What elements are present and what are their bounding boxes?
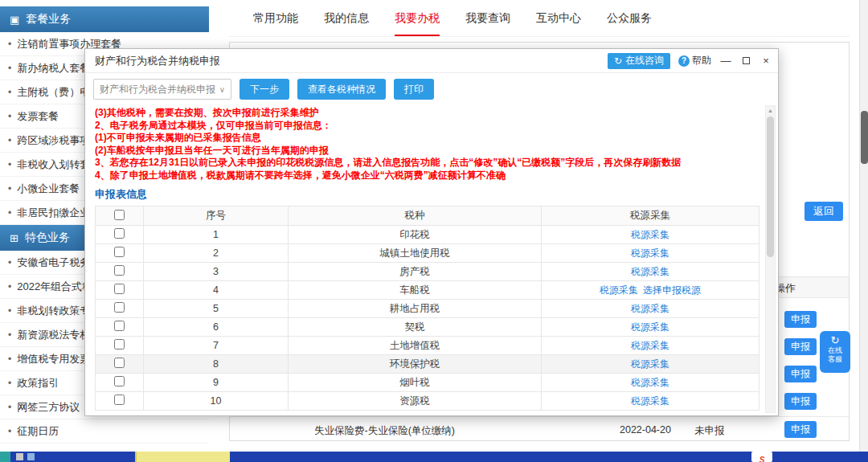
row-checkbox[interactable] bbox=[114, 321, 125, 331]
cell-source: 税源采集 bbox=[542, 244, 760, 263]
help-button[interactable]: ? 帮助 bbox=[678, 54, 711, 67]
service-label: 在线 bbox=[820, 346, 850, 355]
sidebar-item-label: 发票套餐 bbox=[17, 109, 59, 124]
bullet-icon: • bbox=[8, 159, 11, 170]
cell-seq: 4 bbox=[144, 281, 289, 300]
online-consult-button[interactable]: ↻ 在线咨询 bbox=[608, 53, 670, 69]
tab-interaction-center[interactable]: 互动中心 bbox=[536, 0, 581, 36]
package-icon: ▣ bbox=[10, 14, 19, 26]
top-nav: 常用功能 我的信息 我要办税 我要查询 互动中心 公众服务 bbox=[229, 0, 850, 37]
bullet-icon: • bbox=[8, 39, 11, 50]
declare-button[interactable]: 申报 bbox=[784, 421, 817, 438]
sidebar-item[interactable]: •征期日历 bbox=[0, 419, 209, 444]
taskbar-notes-item[interactable] bbox=[135, 452, 230, 462]
select-all-checkbox[interactable] bbox=[114, 210, 125, 220]
table-row: 9 烟叶税 税源采集 bbox=[96, 374, 760, 392]
table-row: 7 土地增值税 税源采集 bbox=[96, 337, 760, 355]
tax-source-collect-link[interactable]: 税源采集 bbox=[631, 229, 669, 240]
tax-source-collect-link[interactable]: 税源采集 bbox=[631, 321, 669, 333]
table-row: 2 城镇土地使用税 税源采集 bbox=[96, 244, 760, 263]
declare-button[interactable]: 申报 bbox=[784, 393, 817, 410]
tax-type-select[interactable]: 财产和行为税合并纳税申报 ∨ bbox=[93, 79, 231, 100]
row-checkbox[interactable] bbox=[114, 265, 125, 276]
column-header-source: 税源采集 bbox=[542, 206, 760, 226]
sidebar-group-package[interactable]: ▣ 套餐业务 bbox=[0, 6, 209, 32]
sidebar-item-label: 网签三方协议 bbox=[17, 400, 80, 415]
group-header-label: 特色业务 bbox=[25, 231, 70, 245]
back-button[interactable]: 返回 bbox=[805, 202, 843, 221]
print-button[interactable]: 打印 bbox=[394, 79, 434, 100]
taskbar-start-icon[interactable] bbox=[0, 452, 10, 462]
sidebar-item-label: 新办纳税人套餐 bbox=[17, 61, 90, 76]
tab-my-info[interactable]: 我的信息 bbox=[324, 0, 369, 36]
next-step-button[interactable]: 下一步 bbox=[240, 79, 289, 100]
close-icon[interactable]: × bbox=[760, 55, 772, 67]
row-checkbox[interactable] bbox=[114, 339, 125, 350]
bullet-icon: • bbox=[8, 281, 11, 292]
notice-line: 3、若您存在12月31日以前已录入未申报的印花税税源信息，请进入信息报告功能，点… bbox=[95, 157, 768, 170]
tax-source-collect-link[interactable]: 税源采集 bbox=[631, 340, 669, 351]
tab-public-service[interactable]: 公众服务 bbox=[607, 0, 652, 36]
row-checkbox[interactable] bbox=[114, 247, 125, 257]
row-checkbox[interactable] bbox=[114, 228, 125, 239]
tab-inquiry[interactable]: 我要查询 bbox=[465, 0, 510, 36]
declare-button[interactable]: 申报 bbox=[784, 366, 817, 382]
cell-seq: 7 bbox=[144, 337, 289, 355]
tax-source-collect-link[interactable]: 税源采集 bbox=[631, 303, 669, 314]
notice-line: 2、电子税务局通过本模块，仅可申报当前可申报信息： bbox=[95, 120, 768, 133]
maximize-icon[interactable] bbox=[740, 55, 751, 67]
row-checkbox[interactable] bbox=[114, 284, 125, 294]
status-text: 未申报 bbox=[694, 424, 725, 438]
taskbar-icon[interactable] bbox=[27, 453, 35, 460]
row-checkbox[interactable] bbox=[114, 376, 125, 386]
cell-seq: 2 bbox=[144, 244, 289, 263]
cell-seq: 5 bbox=[144, 300, 289, 318]
tab-tax-handling[interactable]: 我要办税 bbox=[395, 0, 440, 36]
bullet-icon: • bbox=[8, 329, 11, 341]
cell-tax: 环境保护税 bbox=[289, 355, 542, 374]
bullet-icon: • bbox=[8, 402, 11, 413]
cell-tax: 土地增值税 bbox=[289, 337, 542, 355]
select-declare-source-link[interactable]: 选择申报税源 bbox=[643, 284, 701, 296]
sogou-input-icon[interactable]: S bbox=[751, 452, 772, 462]
scroll-up-icon[interactable]: ▲ bbox=[766, 108, 775, 113]
sidebar-item-label: 政策指引 bbox=[17, 376, 59, 390]
tax-source-collect-link[interactable]: 税源采集 bbox=[631, 395, 669, 407]
modal-toolbar: 财产和行为税合并纳税申报 ∨ 下一步 查看各税种情况 打印 bbox=[85, 73, 778, 105]
tax-source-collect-link[interactable]: 税源采集 bbox=[631, 377, 669, 388]
cell-tax: 城镇土地使用税 bbox=[289, 244, 542, 263]
bullet-icon: • bbox=[8, 257, 11, 268]
service-icon: ↻ bbox=[820, 335, 850, 346]
modal-scrollbar[interactable]: ▲ bbox=[765, 105, 776, 413]
modal-header: 财产和行为税合并纳税申报 ↻ 在线咨询 ? 帮助 — × bbox=[85, 49, 778, 73]
row-checkbox[interactable] bbox=[114, 358, 125, 368]
tax-source-collect-link[interactable]: 税源采集 bbox=[600, 284, 638, 296]
table-row: 1 印花税 税源采集 bbox=[96, 226, 760, 244]
tab-common-functions[interactable]: 常用功能 bbox=[253, 0, 298, 36]
sogou-letter: S bbox=[760, 456, 765, 462]
section-title: 申报表信息 bbox=[95, 187, 768, 202]
taskbar-icon[interactable] bbox=[16, 453, 23, 460]
declare-button[interactable]: 申报 bbox=[784, 338, 817, 355]
declare-button[interactable]: 申报 bbox=[784, 311, 817, 328]
row-checkbox[interactable] bbox=[114, 302, 125, 313]
cell-source: 税源采集 bbox=[542, 263, 760, 281]
page-scrollbar[interactable] bbox=[859, 0, 868, 452]
cell-source: 税源采集 bbox=[542, 226, 760, 244]
row-checkbox[interactable] bbox=[114, 395, 125, 405]
table-header-row: 序号 税种 税源采集 bbox=[96, 206, 760, 226]
tax-source-collect-link[interactable]: 税源采集 bbox=[631, 266, 669, 277]
table-row: 8 环境保护税 税源采集 bbox=[96, 355, 760, 374]
view-tax-status-button[interactable]: 查看各税种情况 bbox=[297, 79, 386, 100]
notice-line: 4、除了申报土地增值税，税款属期请不要跨年选择，避免小微企业“六税两费”减征额计… bbox=[95, 170, 768, 182]
scrollbar-thumb[interactable] bbox=[767, 117, 774, 257]
grid-icon: ⊞ bbox=[10, 232, 18, 244]
minimize-icon[interactable]: — bbox=[720, 55, 731, 67]
tax-source-collect-link[interactable]: 税源采集 bbox=[631, 358, 669, 370]
fee-name: 失业保险费-失业保险(单位缴纳) bbox=[314, 424, 455, 438]
online-service-widget[interactable]: ↻ 在线 客服 bbox=[820, 331, 850, 373]
cell-tax: 资源税 bbox=[289, 392, 542, 411]
chevron-down-icon: ∨ bbox=[219, 85, 225, 94]
scrollbar-thumb[interactable] bbox=[861, 111, 868, 164]
tax-source-collect-link[interactable]: 税源采集 bbox=[631, 247, 669, 259]
